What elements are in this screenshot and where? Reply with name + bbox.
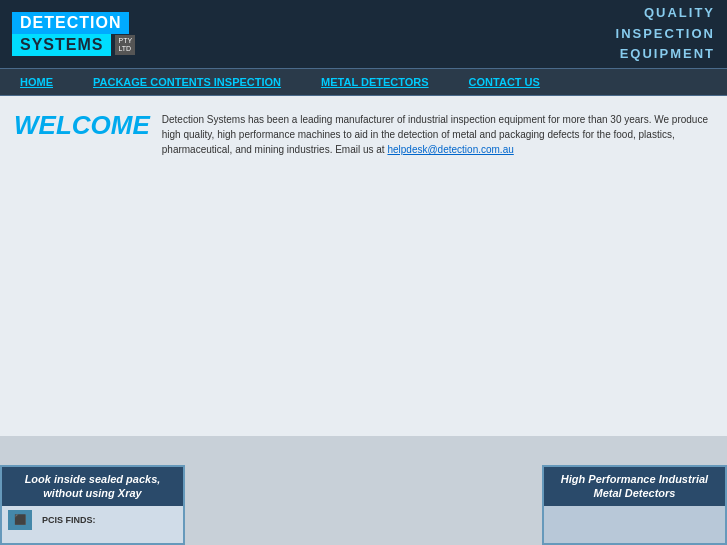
welcome-section: WELCOME Detection Systems has been a lea… [14, 106, 713, 157]
logo-systems-row: SYSTEMS PTY LTD [12, 34, 135, 56]
site-header: DETECTION SYSTEMS PTY LTD QUALITY INSPEC… [0, 0, 727, 68]
promo-right-header: High Performance Industrial Metal Detect… [544, 467, 725, 506]
logo: DETECTION SYSTEMS PTY LTD [12, 12, 135, 56]
header-tagline: QUALITY INSPECTION EQUIPMENT [616, 3, 715, 65]
email-link[interactable]: helpdesk@detection.com.au [387, 144, 513, 155]
nav-package[interactable]: PACKAGE CONTENTS INSPECTION [73, 76, 301, 88]
logo-systems: SYSTEMS [12, 34, 111, 56]
promo-left-icon: ⬛ [8, 510, 32, 530]
nav-metal[interactable]: METAL DETECTORS [301, 76, 449, 88]
page-wrapper: DETECTION SYSTEMS PTY LTD QUALITY INSPEC… [0, 0, 727, 545]
welcome-title: WELCOME [14, 106, 150, 141]
promo-row: Look inside sealed packs, without using … [0, 465, 727, 545]
promo-left-body: ⬛ PCIS FINDS: [2, 506, 183, 534]
promo-card-left[interactable]: Look inside sealed packs, without using … [0, 465, 185, 545]
promo-left-header: Look inside sealed packs, without using … [2, 467, 183, 506]
main-content: WELCOME Detection Systems has been a lea… [0, 96, 727, 436]
navbar: HOME PACKAGE CONTENTS INSPECTION METAL D… [0, 68, 727, 96]
nav-contact[interactable]: CONTACT US [449, 76, 560, 88]
welcome-text: Detection Systems has been a leading man… [162, 106, 713, 157]
nav-home[interactable]: HOME [0, 76, 73, 88]
logo-ptylld: PTY LTD [115, 35, 135, 56]
promo-left-text: PCIS FINDS: [36, 511, 102, 529]
logo-detection: DETECTION [12, 12, 129, 34]
promo-card-right[interactable]: High Performance Industrial Metal Detect… [542, 465, 727, 545]
